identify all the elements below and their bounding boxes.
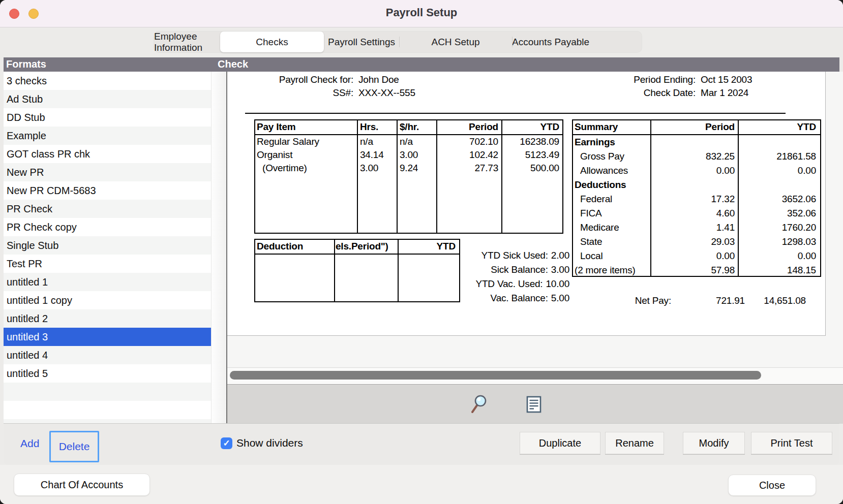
pay-item-hrs: n/a — [360, 135, 394, 148]
tab[interactable]: Checks — [220, 32, 324, 52]
summary-row: Federal 17.32 3652.06 — [573, 192, 820, 206]
pay-item-rate: 9.24 — [400, 162, 433, 175]
format-name: Example — [7, 130, 46, 141]
check-header: Check — [218, 58, 248, 70]
formats-list-scrollbar[interactable] — [211, 72, 227, 423]
summary-label: Gross Pay — [575, 149, 653, 163]
format-name: untitled 1 — [7, 276, 48, 288]
pay-item-period: 702.10 — [439, 135, 498, 148]
close-button[interactable]: Close — [728, 475, 816, 496]
window-title: Payroll Setup — [0, 6, 843, 19]
titlebar: Payroll Setup — [0, 0, 843, 27]
tab[interactable]: ACH Setup — [399, 32, 512, 52]
summary-label: Local — [575, 249, 653, 262]
deduction-table-header: Deduction els.Period") YTD — [255, 240, 459, 255]
pay-item-name: (Overtime) — [257, 162, 360, 175]
format-list-item[interactable]: DD Stub — [4, 108, 211, 127]
duplicate-button[interactable]: Duplicate — [520, 432, 600, 454]
col-header-ytd: YTD — [504, 120, 559, 134]
format-name: Single Stub — [7, 240, 58, 251]
format-name: untitled 1 copy — [7, 295, 72, 306]
pay-item-row: (Overtime) 3.00 9.24 27.73 500.00 — [255, 162, 562, 175]
chart-of-accounts-button[interactable]: Chart Of Accounts — [14, 474, 150, 496]
net-pay-period: 721.91 — [684, 295, 745, 306]
format-list-item[interactable]: New PR CDM-5683 — [4, 181, 211, 200]
modify-button[interactable]: Modify — [683, 432, 745, 454]
formats-list: 3 checksAd StubDD StubExampleGOT class P… — [4, 72, 211, 423]
summary-period: 832.25 — [653, 149, 735, 163]
format-list-item[interactable]: Ad Stub — [4, 90, 211, 108]
leave-balances: YTD Sick Used:2.00Sick Balance:3.00YTD V… — [437, 248, 569, 305]
stub-layout-button[interactable] — [524, 394, 544, 415]
col-header-period: Period — [439, 120, 498, 134]
format-list-item[interactable]: untitled 1 copy — [4, 291, 211, 309]
format-list-item[interactable]: untitled 1 — [4, 273, 211, 291]
preview-hscrollbar-thumb[interactable] — [230, 371, 761, 380]
pay-item-row: Organist 34.14 3.00 102.42 5123.49 — [255, 148, 562, 162]
leave-label: YTD Sick Used: — [481, 250, 548, 261]
print-test-button[interactable]: Print Test — [751, 432, 832, 454]
summary-period: 1.41 — [653, 220, 735, 234]
format-name: Ad Stub — [7, 93, 43, 105]
summary-ytd — [741, 135, 816, 148]
format-name: New PR CDM-5683 — [7, 185, 96, 196]
summary-period: 17.32 — [653, 192, 735, 205]
format-name: 3 checks — [7, 75, 47, 86]
pay-item-period: 27.73 — [439, 162, 498, 175]
net-pay-label: Net Pay: — [600, 295, 671, 306]
show-dividers-checkbox[interactable]: ✓ — [221, 437, 232, 449]
preview-toolbar: Zoom to default — [227, 384, 843, 424]
leave-label: YTD Vac. Used: — [475, 278, 543, 289]
format-name: untitled 5 — [7, 368, 48, 379]
leave-line: Sick Balance:3.00 — [437, 263, 569, 277]
col-header-hrs: Hrs. — [360, 120, 394, 134]
summary-ytd: 0.00 — [741, 164, 816, 177]
format-list-item[interactable]: Test PR — [4, 255, 211, 273]
format-list-item[interactable]: untitled 2 — [4, 309, 211, 328]
summary-label: Allowances — [575, 164, 653, 177]
pay-item-hrs: 34.14 — [360, 148, 394, 162]
tab[interactable]: Payroll Settings — [324, 32, 399, 52]
deduction-table: Deduction els.Period") YTD — [254, 239, 460, 302]
summary-row: Deductions — [573, 178, 820, 192]
format-name: DD Stub — [7, 112, 45, 123]
format-name: New PR — [7, 167, 44, 178]
pay-item-hrs: 3.00 — [360, 162, 394, 175]
format-list-item[interactable]: New PR — [4, 163, 211, 181]
summary-label: Federal — [575, 192, 653, 205]
format-list-item[interactable]: untitled 3 — [4, 328, 211, 346]
format-list-item[interactable]: PR Check copy — [4, 218, 211, 236]
summary-row: Earnings — [573, 135, 820, 149]
tab[interactable]: Employee Information — [154, 32, 220, 52]
rename-button[interactable]: Rename — [605, 432, 664, 454]
summary-ytd — [741, 178, 816, 191]
pay-item-ytd: 16238.09 — [504, 135, 559, 148]
format-list-item[interactable]: 3 checks — [4, 72, 211, 90]
check-date-value: Mar 1 2024 — [701, 87, 748, 99]
delete-button-focus-ring: Delete — [49, 431, 99, 462]
format-list-item[interactable]: Single Stub — [4, 236, 211, 255]
summary-table: Summary Period YTD Earnings Gross Pay 83… — [572, 119, 821, 277]
leave-value: 2.00 — [551, 250, 569, 261]
summary-label: Deductions — [575, 178, 648, 191]
leave-label: Vac. Balance: — [491, 293, 548, 303]
format-list-item[interactable]: Example — [4, 127, 211, 145]
summary-rows: Earnings Gross Pay 832.25 21861.58 Allow… — [573, 135, 820, 277]
format-list-item[interactable]: untitled 4 — [4, 346, 211, 364]
summary-row: (2 more items) 57.98 148.15 — [573, 263, 820, 277]
col-header-rate: $/hr. — [400, 120, 433, 134]
tab[interactable]: Accounts Payable — [512, 32, 589, 52]
summary-ytd: 3652.06 — [741, 192, 816, 205]
ssn-label: SS#: — [231, 87, 353, 99]
format-name: untitled 4 — [7, 350, 48, 361]
summary-period: 0.00 — [653, 249, 735, 262]
format-list-item[interactable]: PR Check — [4, 200, 211, 218]
add-button[interactable]: Add — [20, 437, 39, 450]
magnify-tool-button[interactable] — [469, 393, 489, 414]
summary-period — [653, 178, 735, 191]
leave-line: YTD Vac. Used:10.00 — [437, 277, 569, 291]
format-list-item[interactable]: GOT class PR chk — [4, 145, 211, 163]
delete-button[interactable]: Delete — [59, 440, 90, 453]
format-list-item[interactable]: untitled 5 — [4, 364, 211, 383]
show-dividers-label: Show dividers — [236, 437, 303, 449]
